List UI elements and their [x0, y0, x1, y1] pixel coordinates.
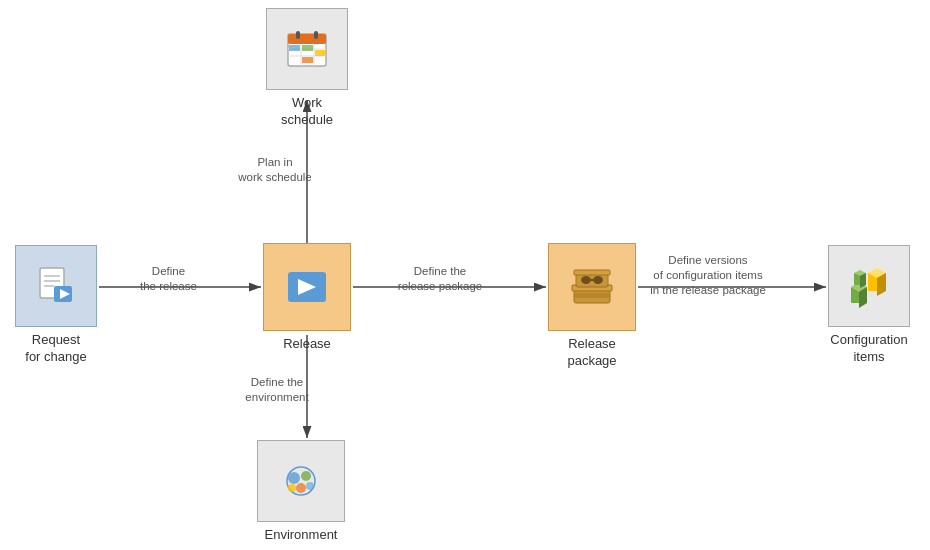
- request-for-change-icon: [34, 264, 78, 308]
- label-define-the-release: Definethe release: [140, 264, 197, 294]
- node-request-for-change-label: Requestfor change: [25, 332, 86, 366]
- node-release-label: Release: [283, 336, 331, 353]
- svg-point-33: [593, 276, 603, 284]
- svg-rect-26: [302, 57, 313, 63]
- svg-point-32: [581, 276, 591, 284]
- work-schedule-icon: [284, 26, 330, 72]
- node-work-schedule: Workschedule: [266, 8, 348, 129]
- svg-rect-18: [314, 31, 318, 39]
- svg-point-49: [288, 484, 296, 492]
- release-icon: [284, 264, 330, 310]
- node-configuration-items: Configurationitems: [828, 245, 910, 366]
- svg-rect-23: [289, 45, 300, 51]
- node-work-schedule-label: Workschedule: [281, 95, 333, 129]
- label-define-versions: Define versionsof configuration itemsin …: [648, 253, 768, 298]
- label-plan-work-schedule: Plan inwork schedule: [235, 155, 315, 185]
- node-environment: Environment: [257, 440, 345, 544]
- box-environment: [257, 440, 345, 522]
- node-release: Release: [263, 243, 351, 353]
- svg-rect-31: [574, 293, 610, 298]
- svg-point-47: [301, 471, 311, 481]
- node-release-package-label: Releasepackage: [567, 336, 616, 370]
- label-define-environment: Define theenvironment: [232, 375, 322, 405]
- release-package-icon: [568, 263, 616, 311]
- svg-point-50: [306, 482, 314, 490]
- svg-rect-16: [288, 34, 326, 44]
- node-request-for-change: Requestfor change: [15, 245, 97, 366]
- diagram-container: Definethe release Plan inwork schedule D…: [0, 0, 930, 550]
- svg-rect-17: [296, 31, 300, 39]
- label-define-release-package: Define therelease package: [395, 264, 485, 294]
- box-work-schedule: [266, 8, 348, 90]
- svg-rect-25: [315, 50, 325, 56]
- svg-point-46: [288, 472, 300, 484]
- svg-rect-24: [302, 45, 313, 51]
- svg-rect-30: [574, 270, 610, 275]
- configuration-items-icon: [846, 263, 892, 309]
- svg-point-48: [296, 483, 306, 493]
- environment-icon: [278, 458, 324, 504]
- box-release: [263, 243, 351, 331]
- box-request-for-change: [15, 245, 97, 327]
- node-release-package: Releasepackage: [548, 243, 636, 370]
- node-environment-label: Environment: [265, 527, 338, 544]
- node-configuration-items-label: Configurationitems: [830, 332, 907, 366]
- box-configuration-items: [828, 245, 910, 327]
- box-release-package: [548, 243, 636, 331]
